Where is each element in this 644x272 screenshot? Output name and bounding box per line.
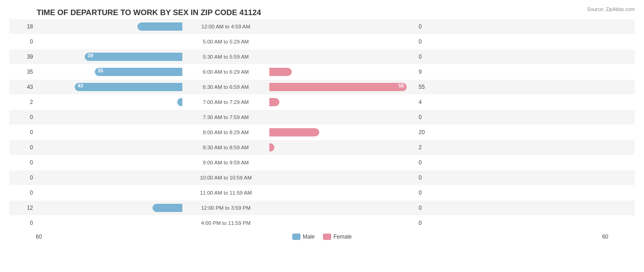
table-row: 04:00 PM to 11:59 PM0 — [9, 216, 635, 230]
table-row: 09:00 AM to 9:59 AM0 — [9, 155, 635, 170]
time-label: 6:30 AM to 6:59 AM — [182, 84, 269, 90]
table-row: 35356:00 AM to 6:29 AM9 — [9, 65, 635, 79]
left-bar-area — [36, 22, 182, 31]
time-label: 7:30 AM to 7:59 AM — [182, 114, 269, 120]
time-label: 10:00 AM to 10:59 AM — [182, 175, 269, 180]
left-value: 0 — [9, 220, 36, 226]
left-value: 12 — [9, 205, 36, 211]
chart-footer: 60 Male Female 60 — [9, 234, 635, 240]
left-value: 18 — [9, 23, 36, 30]
right-value: 4 — [416, 99, 442, 105]
right-value: 20 — [416, 129, 442, 136]
footer-left-value: 60 — [36, 234, 42, 240]
right-bar-area — [269, 98, 416, 106]
legend-male-label: Male — [303, 234, 315, 240]
left-value: 0 — [9, 159, 36, 166]
left-bar-area: 43 — [36, 83, 182, 91]
left-bar-area — [36, 98, 182, 106]
table-row: 43436:30 AM to 6:59 AM5555 — [9, 80, 635, 94]
time-label: 8:30 AM to 8:59 AM — [182, 145, 269, 150]
table-row: 05:00 AM to 5:29 AM0 — [9, 34, 635, 49]
table-row: 08:30 AM to 8:59 AM2 — [9, 140, 635, 155]
chart-title: TIME OF DEPARTURE TO WORK BY SEX IN ZIP … — [9, 8, 635, 17]
male-bar — [177, 98, 182, 106]
male-bar: 39 — [85, 53, 182, 61]
right-value: 0 — [416, 38, 442, 45]
left-value: 0 — [9, 38, 36, 45]
legend: Male Female — [292, 234, 352, 240]
right-value: 0 — [416, 220, 442, 226]
legend-male-box — [292, 234, 300, 240]
right-value: 0 — [416, 190, 442, 196]
time-label: 5:30 AM to 5:59 AM — [182, 54, 269, 60]
female-bar — [269, 98, 279, 106]
right-bar-area — [269, 68, 416, 76]
male-bar — [153, 204, 182, 212]
left-value: 35 — [9, 69, 36, 75]
time-label: 12:00 AM to 4:59 AM — [182, 24, 269, 29]
chart-area: 1812:00 AM to 4:59 AM005:00 AM to 5:29 A… — [9, 19, 635, 231]
footer-right-value: 60 — [602, 234, 608, 240]
female-bar — [269, 143, 274, 152]
legend-female-label: Female — [333, 234, 352, 240]
time-label: 6:00 AM to 6:29 AM — [182, 69, 269, 75]
left-bar-area: 39 — [36, 53, 182, 61]
table-row: 1812:00 AM to 4:59 AM0 — [9, 19, 635, 34]
table-row: 08:00 AM to 8:29 AM20 — [9, 125, 635, 140]
left-value: 0 — [9, 144, 36, 151]
male-bar: 35 — [95, 68, 182, 76]
right-value: 0 — [416, 54, 442, 60]
right-bar-area: 55 — [269, 83, 416, 91]
legend-female-box — [323, 234, 331, 240]
legend-female: Female — [323, 234, 352, 240]
female-bar — [269, 68, 292, 76]
time-label: 9:00 AM to 9:59 AM — [182, 160, 269, 165]
source-text: Source: ZipAtlas.com — [587, 6, 635, 12]
right-bar-area — [269, 143, 416, 152]
right-value: 0 — [416, 114, 442, 120]
table-row: 1212:00 PM to 3:59 PM0 — [9, 201, 635, 215]
right-value: 0 — [416, 159, 442, 166]
left-bar-area — [36, 204, 182, 212]
time-label: 7:00 AM to 7:29 AM — [182, 99, 269, 105]
right-value: 2 — [416, 144, 442, 151]
right-value: 55 — [416, 84, 442, 90]
left-value: 0 — [9, 174, 36, 181]
table-row: 39395:30 AM to 5:59 AM0 — [9, 49, 635, 64]
female-bar — [269, 128, 319, 136]
right-value: 9 — [416, 69, 442, 75]
time-label: 4:00 PM to 11:59 PM — [182, 220, 269, 226]
table-row: 27:00 AM to 7:29 AM4 — [9, 95, 635, 109]
left-value: 0 — [9, 129, 36, 136]
chart-container: TIME OF DEPARTURE TO WORK BY SEX IN ZIP … — [0, 0, 644, 272]
right-value: 0 — [416, 205, 442, 211]
right-value: 0 — [416, 23, 442, 30]
right-bar-area — [269, 128, 416, 136]
time-label: 8:00 AM to 8:29 AM — [182, 130, 269, 135]
left-bar-area: 35 — [36, 68, 182, 76]
left-value: 2 — [9, 99, 36, 105]
left-value: 43 — [9, 84, 36, 90]
female-bar: 55 — [269, 83, 407, 91]
left-value: 0 — [9, 114, 36, 120]
time-label: 12:00 PM to 3:59 PM — [182, 205, 269, 211]
table-row: 07:30 AM to 7:59 AM0 — [9, 110, 635, 125]
time-label: 5:00 AM to 5:29 AM — [182, 39, 269, 44]
right-value: 0 — [416, 174, 442, 181]
table-row: 011:00 AM to 11:59 AM0 — [9, 185, 635, 200]
left-value: 39 — [9, 54, 36, 60]
legend-male: Male — [292, 234, 315, 240]
male-bar — [137, 22, 182, 31]
time-label: 11:00 AM to 11:59 AM — [182, 190, 269, 196]
table-row: 010:00 AM to 10:59 AM0 — [9, 170, 635, 185]
left-value: 0 — [9, 190, 36, 196]
male-bar: 43 — [75, 83, 182, 91]
